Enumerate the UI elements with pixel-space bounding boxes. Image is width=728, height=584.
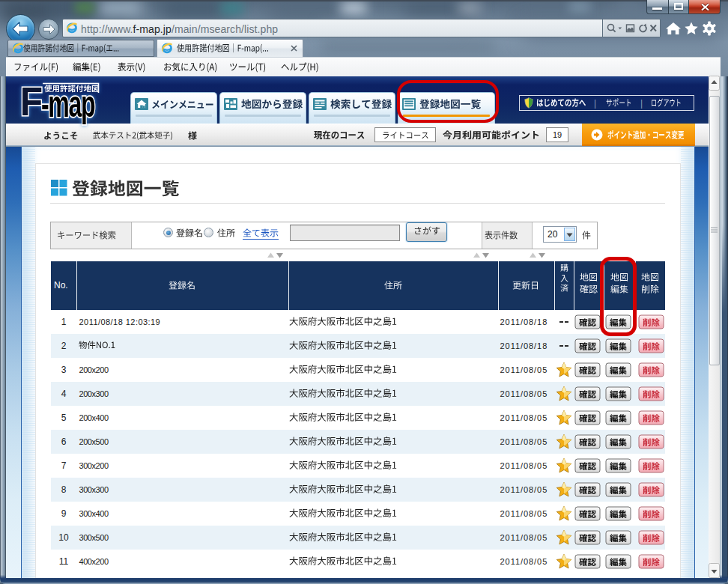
svg-text:F: F: [20, 79, 43, 124]
